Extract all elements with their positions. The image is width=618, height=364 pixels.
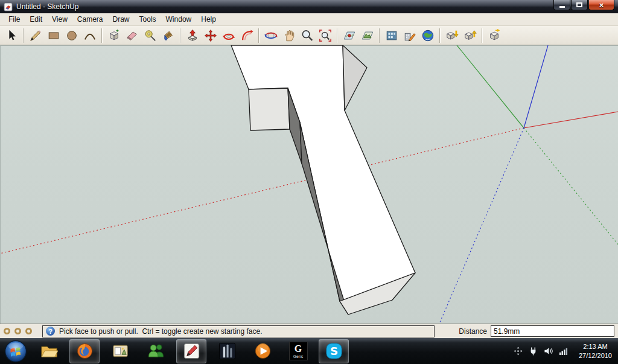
status-hint-text: Pick face to push or pull. Ctrl = toggle… <box>59 327 263 336</box>
tray-network-icon[interactable] <box>559 346 568 356</box>
drawing-viewport[interactable] <box>0 45 618 324</box>
push-pull-button[interactable] <box>183 27 202 44</box>
towers-icon <box>218 342 237 360</box>
taskbar-app-skype[interactable]: S <box>319 339 349 363</box>
zoom-icon <box>301 29 314 42</box>
model-top-face[interactable] <box>231 45 415 301</box>
zoom-extents-button[interactable] <box>316 27 334 44</box>
google-earth-button[interactable] <box>419 27 437 44</box>
toolbar-separator <box>482 28 483 43</box>
eraser-icon <box>126 29 139 42</box>
google-earth-icon <box>421 29 435 42</box>
menu-draw[interactable]: Draw <box>108 14 135 25</box>
taskbar-app-firefox[interactable] <box>69 339 100 363</box>
make-component-button[interactable] <box>105 27 123 44</box>
distance-input[interactable] <box>491 325 614 337</box>
model-left-end-face[interactable] <box>249 88 290 130</box>
firefox-icon <box>75 342 94 360</box>
arc-icon <box>83 29 97 42</box>
arc-button[interactable] <box>81 27 99 44</box>
toolbar-separator <box>101 28 103 43</box>
add-location-button[interactable] <box>340 27 358 44</box>
maximize-icon <box>576 2 582 7</box>
rectangle-button[interactable] <box>45 27 63 44</box>
clock[interactable]: 2:13 AM 27/12/2010 <box>579 342 612 360</box>
model-right-end-face[interactable] <box>343 45 367 110</box>
menu-file[interactable]: File <box>4 14 25 25</box>
hint-panel: ? Pick face to push or pull. Ctrl = togg… <box>42 325 435 337</box>
gens-icon: GGens <box>289 342 308 360</box>
toolbar-separator <box>337 28 338 43</box>
taskbar-app-gens[interactable]: GGens <box>283 339 313 363</box>
share-component-icon <box>488 29 501 42</box>
make-component-icon <box>107 29 121 42</box>
taskbar-app-documents[interactable] <box>105 339 135 363</box>
move-button[interactable] <box>202 27 220 44</box>
toolbar-separator <box>23 28 24 43</box>
pan-button[interactable] <box>280 27 298 44</box>
toolbar-separator <box>180 28 181 43</box>
tray-volume-icon[interactable] <box>544 346 553 356</box>
line-icon <box>29 29 42 42</box>
help-icon[interactable]: ? <box>46 327 55 336</box>
menu-view[interactable]: View <box>47 14 72 25</box>
window-controls: × <box>553 0 614 10</box>
status-ring-buttons <box>4 328 36 334</box>
zoom-button[interactable] <box>298 27 316 44</box>
menu-help[interactable]: Help <box>196 14 221 25</box>
add-location-icon <box>343 29 356 42</box>
menu-window[interactable]: Window <box>161 14 197 25</box>
tape-measure-button[interactable] <box>141 27 159 44</box>
select-icon <box>5 29 18 42</box>
geo-ring-1-icon[interactable] <box>4 328 10 334</box>
maximize-button[interactable] <box>571 0 588 10</box>
paint-bucket-button[interactable] <box>159 27 177 44</box>
taskbar-app-explorer[interactable] <box>34 339 64 363</box>
toolbar-separator <box>379 28 380 43</box>
get-models-icon <box>445 29 459 42</box>
eraser-button[interactable] <box>123 27 141 44</box>
pan-icon <box>282 29 296 42</box>
taskbar-app-play[interactable] <box>247 339 278 363</box>
play-icon <box>253 342 272 360</box>
minimize-button[interactable] <box>553 0 570 10</box>
measurement-label: Distance <box>459 327 487 336</box>
red-axis-negative <box>0 128 524 254</box>
geo-ring-3-icon[interactable] <box>25 328 32 334</box>
toggle-terrain-icon <box>361 29 374 42</box>
close-button[interactable]: × <box>588 0 614 10</box>
menu-camera[interactable]: Camera <box>72 14 108 25</box>
tray-power-plug-icon[interactable] <box>529 346 538 356</box>
menu-tools[interactable]: Tools <box>135 14 161 25</box>
system-tray: 2:13 AM 27/12/2010 <box>514 342 618 360</box>
circle-icon <box>65 29 78 42</box>
rotate-icon <box>222 29 235 42</box>
main-toolbar <box>0 26 618 45</box>
photo-textures-button[interactable] <box>383 27 401 44</box>
share-component-button[interactable] <box>485 27 503 44</box>
taskbar-app-towers[interactable] <box>212 339 242 363</box>
blue-axis-negative <box>439 128 524 324</box>
building-maker-button[interactable] <box>401 27 419 44</box>
line-button[interactable] <box>27 27 45 44</box>
select-button[interactable] <box>2 27 21 44</box>
toggle-terrain-button[interactable] <box>358 27 377 44</box>
skype-icon: S <box>325 342 343 360</box>
menu-edit[interactable]: Edit <box>25 14 47 25</box>
window-title: Untitled - SketchUp <box>16 2 78 11</box>
taskbar-app-people[interactable] <box>141 339 171 363</box>
offset-button[interactable] <box>238 27 256 44</box>
get-models-button[interactable] <box>443 27 461 44</box>
taskbar: GGensS 2:13 AM 27/12/2010 <box>0 338 618 364</box>
rotate-button[interactable] <box>220 27 238 44</box>
taskbar-app-notes[interactable] <box>176 339 206 363</box>
start-button[interactable] <box>4 339 28 363</box>
notes-icon <box>182 342 201 360</box>
gens-letter: G <box>295 344 302 354</box>
orbit-button[interactable] <box>262 27 280 44</box>
tray-move-icon[interactable] <box>514 346 523 356</box>
share-models-button[interactable] <box>461 27 479 44</box>
minimize-icon <box>559 6 565 8</box>
geo-ring-2-icon[interactable] <box>14 328 21 334</box>
circle-button[interactable] <box>63 27 81 44</box>
